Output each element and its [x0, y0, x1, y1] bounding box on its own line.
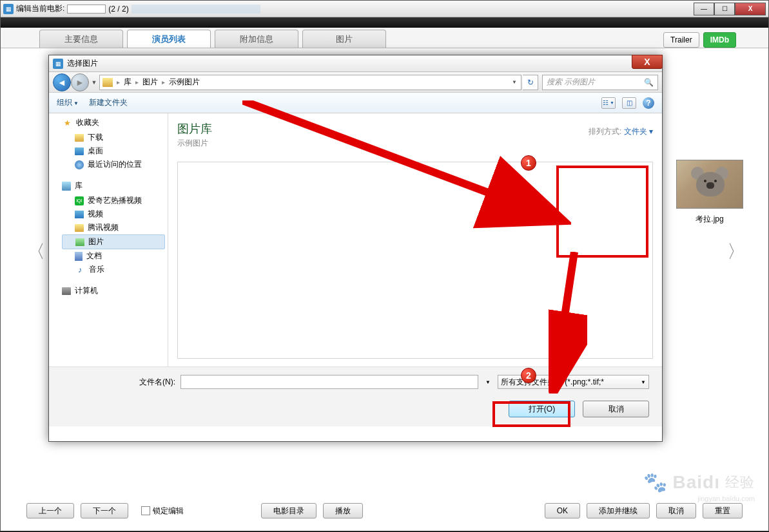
help-button[interactable]: ? — [643, 97, 654, 109]
window-title-prefix: 编辑当前电影: — [16, 3, 64, 14]
search-icon: 🔍 — [644, 78, 654, 87]
cancel-button[interactable]: 取消 — [656, 503, 696, 518]
sidebar-recent[interactable]: 最近访问的位置 — [62, 158, 165, 171]
refresh-button[interactable]: ↻ — [523, 75, 538, 90]
open-button[interactable]: 打开(O) — [509, 401, 575, 417]
bottom-bar: 上一个 下一个 锁定编辑 电影目录 播放 OK 添加并继续 取消 重置 — [26, 502, 743, 519]
file-item-koala[interactable]: 考拉.jpg — [668, 153, 752, 225]
movie-dir-button[interactable]: 电影目录 — [261, 503, 316, 518]
tab-actor-list[interactable]: 演员列表 — [127, 30, 211, 48]
window-title-counter: (2 / 2) — [108, 5, 128, 14]
sidebar-iqiyi[interactable]: iQI爱奇艺热播视频 — [62, 194, 165, 207]
search-placeholder: 搜索 示例图片 — [547, 77, 595, 88]
dialog-body: ★收藏夹 下载 桌面 最近访问的位置 库 iQI爱奇艺热播视频 视频 腾讯视频 … — [49, 113, 662, 366]
sort-row: 排列方式: 文件夹 ▾ — [589, 126, 653, 137]
filename-dropdown[interactable]: ▼ — [483, 379, 492, 385]
watermark-url: jingyan.baidu.com — [697, 495, 755, 502]
nav-forward-button[interactable]: ► — [71, 73, 89, 91]
outer-titlebar: ▦ 编辑当前电影: (2 / 2) — ☐ X — [1, 1, 768, 17]
tab-extra-info[interactable]: 附加信息 — [215, 30, 298, 48]
breadcrumb-pics[interactable]: 图片 — [142, 77, 158, 88]
title-blank-field — [67, 5, 106, 14]
add-continue-button[interactable]: 添加并继续 — [587, 503, 650, 518]
dialog-titlebar: ▦ 选择图片 X — [49, 55, 662, 72]
sidebar-libraries[interactable]: 库 — [62, 180, 165, 191]
file-thumbnail — [676, 160, 743, 209]
dialog-bottom: 文件名(N): ▼ 所有支持文件类型 (*.png;*.tif;*▼ 打开(O)… — [49, 366, 662, 426]
filename-row: 文件名(N): ▼ 所有支持文件类型 (*.png;*.tif;*▼ — [139, 375, 649, 389]
app-icon: ▦ — [3, 4, 14, 14]
sidebar-computer[interactable]: 计算机 — [62, 285, 165, 296]
breadcrumb-lib[interactable]: 库 — [124, 77, 131, 88]
tab-pictures[interactable]: 图片 — [302, 30, 386, 48]
nav-arrows: ◄ ► — [53, 73, 89, 91]
sort-dropdown[interactable]: 文件夹 ▾ — [624, 127, 653, 136]
annotation-badge-1: 1 — [521, 155, 536, 171]
breadcrumb-sep: ▸ — [117, 79, 120, 86]
toolbar: 组织▼ 新建文件夹 ☷ ▼ ◫ ? — [49, 93, 662, 113]
folder-icon — [102, 78, 113, 87]
annotation-badge-2: 2 — [521, 368, 536, 383]
imdb-button[interactable]: IMDb — [703, 32, 736, 48]
watermark-exp: 经验 — [725, 473, 755, 492]
sidebar-favorites[interactable]: ★收藏夹 — [62, 117, 165, 128]
file-name-label: 考拉.jpg — [668, 214, 752, 225]
main-panel: 图片库 示例图片 排列方式: 文件夹 ▾ 考拉.jpg — [168, 113, 662, 366]
watermark: 🐾 Baidı 经验 jingyan.baidu.com — [643, 471, 755, 493]
dialog-cancel-button[interactable]: 取消 — [583, 401, 649, 417]
minimize-button[interactable]: — — [694, 3, 714, 15]
tab-main-info[interactable]: 主要信息 — [39, 30, 123, 48]
sidebar-video[interactable]: 视频 — [62, 207, 165, 221]
prev-button[interactable]: 上一个 — [26, 503, 74, 518]
view-mode-button[interactable]: ☷ ▼ — [601, 97, 616, 109]
right-buttons: Trailer IMDb — [663, 32, 736, 48]
library-title: 图片库 — [177, 121, 653, 137]
breadcrumb-sample[interactable]: 示例图片 — [169, 77, 200, 88]
filename-label: 文件名(N): — [139, 377, 175, 388]
address-dropdown[interactable]: ▼ — [511, 79, 518, 85]
title-blur — [131, 5, 260, 14]
nav-history-dropdown[interactable]: ▼ — [90, 79, 98, 86]
nav-row: ◄ ► ▼ ▸ 库 ▸ 图片 ▸ 示例图片 ▼ ↻ 搜索 示例图片 🔍 — [49, 72, 662, 93]
sidebar-desktop[interactable]: 桌面 — [62, 144, 165, 158]
preview-pane-button[interactable]: ◫ — [622, 97, 636, 109]
nav-prev-caret[interactable]: 〈 — [26, 233, 46, 271]
file-viewer[interactable]: 考拉.jpg — [177, 162, 653, 359]
organize-menu[interactable]: 组织▼ — [57, 97, 79, 108]
next-button[interactable]: 下一个 — [81, 503, 128, 518]
search-input[interactable]: 搜索 示例图片 🔍 — [542, 75, 658, 90]
dialog-title: 选择图片 — [67, 58, 98, 69]
breadcrumb-sep: ▸ — [162, 79, 165, 86]
sidebar: ★收藏夹 下载 桌面 最近访问的位置 库 iQI爱奇艺热播视频 视频 腾讯视频 … — [49, 113, 168, 366]
reset-button[interactable]: 重置 — [703, 503, 743, 518]
dialog-close-button[interactable]: X — [632, 55, 663, 69]
ok-button[interactable]: OK — [545, 503, 580, 518]
sidebar-downloads[interactable]: 下载 — [62, 131, 165, 144]
new-folder-button[interactable]: 新建文件夹 — [89, 97, 128, 108]
lock-edit-group: 锁定编辑 — [141, 506, 184, 517]
library-subtitle: 示例图片 — [177, 138, 653, 149]
sidebar-pictures[interactable]: 图片 — [62, 234, 165, 249]
sidebar-documents[interactable]: 文档 — [62, 249, 165, 263]
sidebar-tencent[interactable]: 腾讯视频 — [62, 221, 165, 234]
window-controls: — ☐ X — [694, 3, 766, 15]
filename-input[interactable] — [180, 375, 478, 389]
trailer-button[interactable]: Trailer — [663, 32, 699, 48]
maximize-button[interactable]: ☐ — [714, 3, 735, 15]
dark-strip — [1, 17, 768, 28]
sidebar-music[interactable]: ♪音乐 — [62, 263, 165, 276]
address-bar[interactable]: ▸ 库 ▸ 图片 ▸ 示例图片 ▼ — [99, 75, 521, 90]
nav-next-caret[interactable]: 〉 — [726, 233, 746, 271]
play-button[interactable]: 播放 — [323, 503, 363, 518]
breadcrumb-sep: ▸ — [135, 79, 139, 86]
close-button[interactable]: X — [735, 3, 766, 15]
dialog-icon: ▦ — [53, 59, 63, 69]
paw-icon: 🐾 — [643, 471, 668, 493]
file-dialog: ▦ 选择图片 X ◄ ► ▼ ▸ 库 ▸ 图片 ▸ 示例图片 ▼ ↻ 搜索 示例… — [48, 55, 663, 442]
tab-bar: 主要信息 演员列表 附加信息 图片 Trailer IMDb — [1, 28, 768, 48]
sort-label: 排列方式: — [589, 127, 621, 136]
watermark-brand: Baidı — [673, 472, 720, 493]
lock-edit-checkbox[interactable] — [141, 506, 150, 515]
nav-back-button[interactable]: ◄ — [53, 73, 71, 91]
action-row: 打开(O) 取消 — [139, 401, 649, 417]
